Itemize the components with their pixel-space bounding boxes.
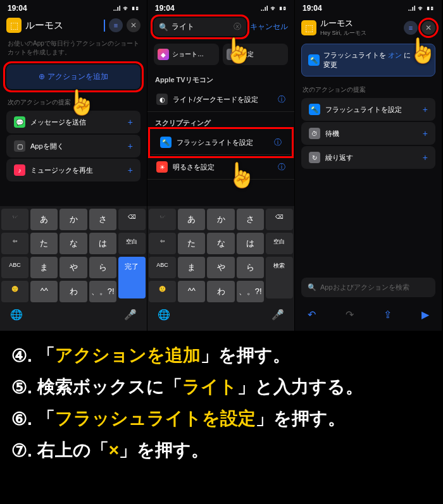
key[interactable]: は (237, 233, 264, 254)
key[interactable]: な (59, 233, 87, 254)
status-icons: ..ıl ᯤ ▮▯ (408, 4, 434, 12)
key-abc[interactable]: ABC (149, 257, 176, 278)
info-icon[interactable]: ⓘ (278, 94, 285, 105)
step-text: 検索ボックスに「ライト」と入力する。 (37, 375, 363, 399)
key[interactable]: た (178, 233, 205, 254)
search-input[interactable]: 🔍 Appおよびアクションを検索 (301, 278, 435, 297)
key[interactable]: ま (178, 257, 205, 278)
globe-icon[interactable]: 🌐 (158, 309, 170, 321)
key-abc[interactable]: ABC (1, 257, 28, 278)
key[interactable]: さ (89, 209, 116, 230)
plus-icon[interactable]: + (423, 104, 428, 114)
key[interactable]: あ (30, 209, 58, 230)
list-item[interactable]: ⏱ 待機 + (301, 122, 435, 145)
action-text: フラッシュライトを オン に 変更 (323, 51, 411, 70)
key-space[interactable]: 空白 (266, 233, 293, 254)
key[interactable]: ま (30, 257, 58, 278)
key-backspace[interactable]: ⌫ (118, 209, 146, 230)
list-item[interactable]: 🔦 フラッシュライトを設定 + (301, 98, 435, 121)
close-icon[interactable]: ✕ (127, 18, 140, 32)
step-text: 「フラッシュライトを設定」を押す。 (37, 407, 346, 431)
phone-2: 19:04 ..ıl ᯤ ▮▯ 🔍 ライト ⓧ キャンセル ☝️ ◆ ショート…… (147, 0, 295, 331)
key[interactable]: ⇦ (149, 233, 176, 254)
key[interactable]: や (59, 257, 87, 278)
key[interactable]: は (89, 233, 116, 254)
shortcut-app-icon: ⬚ (301, 20, 316, 35)
step-number: ⑤. (11, 377, 32, 398)
list-item[interactable]: ♪ ミュージックを再生 + (6, 159, 140, 181)
category-chip[interactable]: ◆ ショート… (154, 44, 219, 65)
key[interactable]: ☞ (149, 209, 176, 230)
shortcut-title[interactable]: ルーモス (320, 18, 400, 29)
key-emoji[interactable]: 🙂 (1, 281, 28, 302)
plus-icon[interactable]: + (128, 141, 133, 151)
key[interactable]: か (207, 209, 234, 230)
key-emoji[interactable]: 🙂 (149, 281, 176, 302)
key-done[interactable]: 完了 (118, 257, 146, 298)
plus-icon[interactable]: + (128, 165, 133, 175)
key[interactable]: な (207, 233, 234, 254)
repeat-icon: ↻ (309, 152, 320, 163)
key-backspace[interactable]: ⌫ (266, 209, 293, 230)
list-item[interactable]: ◐ ライト/ダークモードを設定 ⓘ (147, 87, 294, 112)
status-bar: 19:04 ..ıl ᯤ ▮▯ (147, 0, 294, 14)
key[interactable]: ☞ (1, 209, 28, 230)
music-icon: ♪ (14, 164, 25, 176)
key[interactable]: か (59, 209, 87, 230)
keyboard[interactable]: ☞ あ か さ ⌫ ⇦ た な は 空白 ABC ま や ら 完了 🙂 (0, 206, 147, 331)
chip-label: ショート… (172, 50, 204, 59)
keyboard-bottom: 🌐 🎤 (1, 305, 146, 328)
key[interactable]: ^^ (178, 281, 205, 302)
clear-icon[interactable]: ⓧ (234, 22, 241, 32)
key[interactable]: ら (237, 257, 264, 278)
plus-icon[interactable]: + (128, 117, 133, 127)
key-search[interactable]: 検索 (266, 257, 293, 298)
status-time: 19:04 (303, 4, 322, 13)
plus-icon[interactable]: + (423, 128, 428, 138)
darkmode-icon: ◐ (156, 94, 168, 105)
pointing-hand-icon: ☝️ (227, 161, 256, 189)
pointing-hand-icon: ☝️ (223, 37, 253, 65)
list-item[interactable]: ☀ 明るさを設定 ⓘ (147, 155, 294, 180)
close-icon[interactable]: ✕ (421, 21, 435, 35)
key[interactable]: 、。?! (237, 281, 264, 302)
keyboard[interactable]: ☞ あ か さ ⌫ ⇦ た な は 空白 ABC ま や ら 検索 🙂 (147, 206, 294, 331)
share-icon[interactable]: ⇪ (384, 309, 392, 321)
key[interactable]: ⇦ (1, 233, 28, 254)
search-input[interactable]: 🔍 ライト ⓧ (154, 18, 246, 36)
play-icon[interactable]: ▶ (421, 309, 429, 321)
item-label: メッセージを送信 (30, 118, 86, 127)
step-number: ④. (11, 345, 32, 366)
key[interactable]: た (30, 233, 58, 254)
info-icon[interactable]: ⓘ (278, 162, 285, 173)
key[interactable]: や (207, 257, 234, 278)
flashlight-icon: 🔦 (309, 104, 320, 115)
item-label: ライト/ダークモードを設定 (173, 95, 258, 104)
step-text: 「アクションを追加」を押す。 (37, 343, 290, 367)
globe-icon[interactable]: 🌐 (10, 309, 23, 321)
key[interactable]: 、。?! (89, 281, 116, 302)
key[interactable]: あ (178, 209, 205, 230)
shortcut-title[interactable]: ルーモス (25, 20, 105, 32)
key[interactable]: さ (237, 209, 264, 230)
key[interactable]: わ (207, 281, 234, 302)
status-time: 19:04 (8, 4, 27, 13)
list-item[interactable]: ▢ Appを開く + (6, 135, 140, 157)
settings-icon[interactable]: ≡ (404, 21, 418, 35)
list-item[interactable]: ↻ 繰り返す + (301, 146, 435, 169)
key-space[interactable]: 空白 (118, 233, 146, 254)
mic-icon[interactable]: 🎤 (271, 309, 284, 321)
mic-icon[interactable]: 🎤 (124, 309, 137, 321)
undo-icon[interactable]: ↶ (308, 309, 316, 321)
cancel-button[interactable]: キャンセル (250, 22, 288, 32)
key[interactable]: ^^ (30, 281, 58, 302)
plus-icon[interactable]: + (423, 152, 428, 163)
key[interactable]: ら (89, 257, 116, 278)
settings-icon[interactable]: ≡ (109, 18, 123, 32)
redo-icon: ↷ (346, 309, 354, 321)
info-icon[interactable]: ⓘ (274, 137, 282, 148)
pointing-hand-icon: ☝️ (66, 89, 96, 116)
add-action-button[interactable]: アクションを追加 (6, 65, 140, 89)
key[interactable]: わ (59, 281, 87, 302)
flashlight-item[interactable]: 🔦 フラッシュライトを設定 ⓘ (151, 130, 290, 155)
